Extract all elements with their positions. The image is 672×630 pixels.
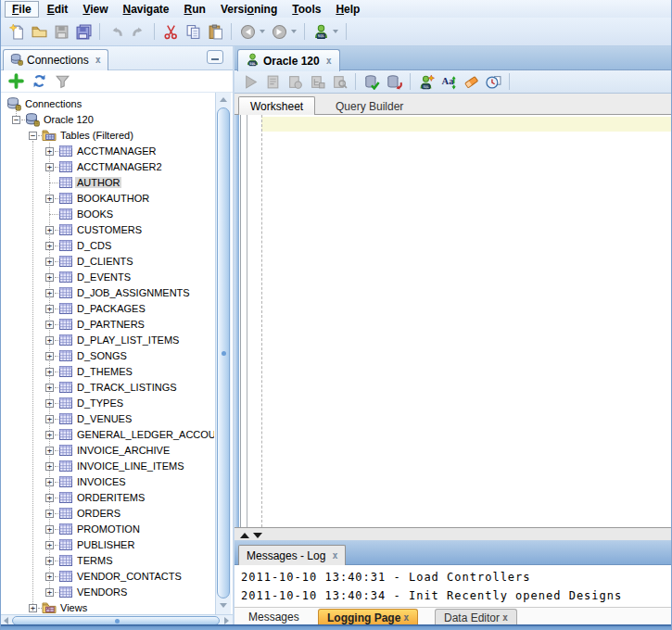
copy-icon[interactable]: [183, 21, 203, 42]
close-icon[interactable]: x: [95, 56, 101, 65]
tree-item-label[interactable]: AUTHOR: [75, 177, 121, 188]
rollback-icon[interactable]: [384, 71, 404, 92]
tree-item-label[interactable]: CUSTOMERS: [75, 224, 144, 235]
tree-row-d-events[interactable]: +D_EVENTS: [1, 270, 214, 285]
save-icon[interactable]: [51, 21, 71, 42]
tree-item-label[interactable]: D_CDS: [75, 240, 113, 251]
tree-row-d-packages[interactable]: +D_PACKAGES: [1, 301, 214, 317]
new-file-icon[interactable]: [6, 21, 27, 42]
tree-item-label[interactable]: GENERAL_LEDGER_ACCOUNTS: [75, 429, 214, 440]
scroll-up-icon[interactable]: [220, 97, 227, 102]
tree-item-label[interactable]: Oracle 120: [42, 114, 95, 125]
tree-row-d-job-assignments[interactable]: +D_JOB_ASSIGNMENTS: [1, 285, 214, 301]
expand-icon[interactable]: +: [45, 289, 54, 297]
expand-icon[interactable]: +: [45, 588, 54, 597]
tab-oracle-120[interactable]: SQL Oracle 120 x: [237, 49, 340, 71]
expand-icon[interactable]: +: [45, 431, 54, 439]
expand-icon[interactable]: +: [45, 478, 54, 486]
expand-icon[interactable]: +: [45, 258, 54, 266]
tree-row-d-track-listings[interactable]: +D_TRACK_LISTINGS: [1, 380, 214, 396]
tree-row-d-types[interactable]: +D_TYPES: [1, 396, 214, 411]
filter-icon[interactable]: [52, 71, 72, 92]
tree-row-orders[interactable]: +ORDERS: [1, 506, 214, 522]
tree-item-label[interactable]: D_PARTNERS: [75, 319, 146, 330]
tree-row-invoices[interactable]: +INVOICES: [1, 474, 214, 490]
close-icon[interactable]: x: [332, 551, 337, 561]
redo-icon[interactable]: [128, 21, 148, 42]
tree-row-d-songs[interactable]: +D_SONGS: [1, 348, 214, 364]
expand-icon[interactable]: +: [45, 399, 54, 408]
expand-icon[interactable]: +: [45, 415, 54, 423]
tree-row-d-play-list-items[interactable]: +D_PLAY_LIST_ITEMS: [1, 333, 214, 348]
tree-item-label[interactable]: D_CLIENTS: [75, 256, 135, 267]
expand-icon[interactable]: +: [45, 226, 54, 234]
scroll-right-icon[interactable]: [224, 617, 229, 624]
tab-messages-log[interactable]: Messages - Log x: [238, 545, 346, 565]
expand-icon[interactable]: +: [29, 604, 37, 612]
chevron-down-icon[interactable]: [260, 30, 265, 33]
splitter-down-icon[interactable]: [253, 533, 262, 538]
tab-connections[interactable]: > Connections x: [3, 49, 108, 70]
expand-icon[interactable]: +: [45, 242, 54, 250]
sql-editor[interactable]: [235, 115, 672, 527]
close-icon[interactable]: x: [326, 57, 332, 66]
tree-row-general-ledger-accounts[interactable]: +GENERAL_LEDGER_ACCOUNTS: [1, 427, 214, 443]
chevron-down-icon[interactable]: [291, 30, 297, 33]
forward-icon[interactable]: [269, 21, 289, 42]
expand-icon[interactable]: +: [45, 368, 54, 376]
save-all-icon[interactable]: [73, 21, 94, 42]
tree-row-vendors[interactable]: +VENDORS: [1, 585, 214, 600]
vscroll-thumb[interactable]: [217, 107, 230, 598]
tree-item-label[interactable]: Connections: [23, 98, 83, 109]
menu-run[interactable]: Run: [178, 2, 212, 17]
tree-item-label[interactable]: PUBLISHER: [75, 539, 136, 550]
editor-scrollbar[interactable]: [235, 115, 239, 527]
commit-icon[interactable]: [361, 71, 382, 92]
expand-icon[interactable]: +: [45, 541, 54, 549]
undo-icon[interactable]: [106, 21, 126, 42]
tree-row-publisher[interactable]: +PUBLISHER: [1, 537, 214, 553]
tab-data-editor[interactable]: Data Editorx: [435, 609, 517, 625]
close-icon[interactable]: x: [502, 613, 508, 623]
run-script-icon[interactable]: [262, 71, 283, 92]
tree-item-label[interactable]: D_TRACK_LISTINGS: [75, 382, 179, 393]
tree-item-label[interactable]: D_PLAY_LIST_ITEMS: [75, 334, 181, 346]
tree-item-label[interactable]: ORDERITEMS: [75, 492, 146, 503]
editor-splitter-strip[interactable]: [235, 527, 672, 541]
expand-icon[interactable]: +: [45, 557, 54, 565]
tab-query-builder[interactable]: Query Builder: [324, 96, 414, 116]
tree-item-label[interactable]: D_THEMES: [75, 366, 134, 377]
open-folder-icon[interactable]: [29, 21, 49, 42]
expand-icon[interactable]: +: [45, 352, 54, 360]
tree-row-d-themes[interactable]: +D_THEMES: [1, 364, 214, 380]
expand-icon[interactable]: +: [45, 494, 54, 502]
tree-row-d-partners[interactable]: +D_PARTNERS: [1, 317, 214, 333]
splitter-up-icon[interactable]: [240, 533, 249, 538]
tree-item-label[interactable]: Tables (Filtered): [58, 130, 135, 141]
tree-item-label[interactable]: D_TYPES: [75, 397, 125, 409]
expand-icon[interactable]: +: [45, 462, 54, 471]
tree-item-label[interactable]: VENDORS: [75, 586, 129, 598]
tree-row-vendor-contacts[interactable]: +VENDOR_CONTACTS: [1, 569, 214, 585]
tree-row-tables-filtered-[interactable]: −Tables (Filtered): [1, 128, 214, 144]
clear-icon[interactable]: [461, 71, 481, 92]
menu-versioning[interactable]: Versioning: [214, 2, 284, 17]
expand-icon[interactable]: +: [45, 321, 54, 329]
tree-row-d-clients[interactable]: +D_CLIENTS: [1, 254, 214, 270]
tab-worksheet[interactable]: Worksheet: [238, 96, 315, 116]
chevron-down-icon[interactable]: [333, 30, 338, 33]
collapse-icon[interactable]: −: [29, 132, 37, 140]
tree-vertical-scrollbar[interactable]: [215, 93, 231, 614]
tree-row-views[interactable]: +Views: [1, 600, 214, 614]
tree-item-label[interactable]: D_EVENTS: [75, 271, 133, 283]
expand-icon[interactable]: +: [45, 305, 54, 313]
tree-row-acctmanager[interactable]: +ACCTMANAGER: [1, 144, 214, 159]
tree-item-label[interactable]: D_JOB_ASSIGNMENTS: [75, 287, 192, 298]
tree-item-label[interactable]: INVOICES: [75, 476, 128, 487]
tree-row-customers[interactable]: +CUSTOMERS: [1, 222, 214, 238]
menu-navigate[interactable]: Navigate: [117, 2, 176, 17]
menu-tools[interactable]: Tools: [285, 2, 327, 17]
tree-row-oracle-120[interactable]: −Oracle 120: [1, 112, 214, 128]
back-icon[interactable]: [237, 21, 258, 42]
sql-tuning-icon[interactable]: [329, 71, 349, 92]
